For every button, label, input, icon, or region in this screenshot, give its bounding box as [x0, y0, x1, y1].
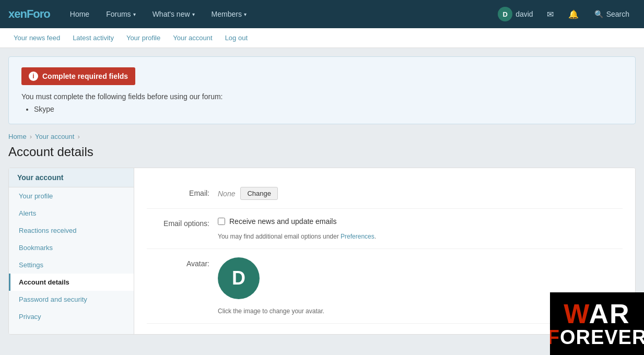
- war-text: WAR: [564, 300, 630, 327]
- members-chevron-icon: ▾: [244, 11, 247, 17]
- forever-rest-letters: OREVER: [560, 326, 644, 343]
- alert-title-bar: i Complete required fields: [21, 67, 135, 85]
- nav-members[interactable]: Members ▾: [204, 6, 254, 22]
- sidebar-item-reactions-received[interactable]: Reactions received: [9, 222, 134, 239]
- sidebar-item-password-security[interactable]: Password and security: [9, 291, 134, 308]
- page-title: Account details: [8, 145, 636, 159]
- subnav-logout[interactable]: Log out: [220, 31, 253, 45]
- alert-info-icon: i: [29, 72, 38, 81]
- email-current-value: None: [218, 190, 235, 198]
- email-options-value: Receive news and update emails You may f…: [218, 217, 623, 240]
- account-sidebar: Your account Your profile Alerts Reactio…: [9, 168, 134, 334]
- top-navigation: xenForo Home Forums ▾ What's new ▾ Membe…: [0, 0, 644, 28]
- email-help-text: You may find additional email options un…: [218, 233, 376, 240]
- user-menu-button[interactable]: D david: [494, 5, 537, 23]
- receive-emails-checkbox-row: Receive news and update emails: [218, 217, 336, 226]
- war-w-letter: W: [564, 299, 589, 329]
- alert-body-text: You must complete the following fields b…: [21, 92, 623, 101]
- nav-forums[interactable]: Forums ▾: [99, 6, 143, 22]
- sidebar-item-settings[interactable]: Settings: [9, 256, 134, 274]
- breadcrumb: Home › Your account ›: [8, 133, 636, 140]
- breadcrumb-sep-2: ›: [77, 133, 79, 140]
- alert-title-text: Complete required fields: [42, 72, 128, 80]
- subnav-latest-activity[interactable]: Latest activity: [67, 31, 119, 45]
- nav-right: D david ✉ 🔔 🔍 Search: [494, 5, 636, 23]
- sidebar-item-privacy[interactable]: Privacy: [9, 308, 134, 325]
- logo-foro: Foro: [27, 7, 50, 20]
- receive-emails-label: Receive news and update emails: [229, 217, 336, 226]
- logo-xen: xen: [8, 7, 27, 20]
- site-logo[interactable]: xenForo: [8, 7, 50, 21]
- nav-items: Home Forums ▾ What's new ▾ Members ▾: [63, 6, 494, 22]
- breadcrumb-sep-1: ›: [30, 133, 32, 140]
- breadcrumb-current[interactable]: Your account: [35, 133, 74, 140]
- subnav-your-profile[interactable]: Your profile: [121, 31, 166, 45]
- email-label: Email:: [147, 187, 209, 197]
- whats-new-chevron-icon: ▾: [192, 11, 195, 17]
- alerts-icon[interactable]: 🔔: [563, 6, 584, 22]
- receive-emails-checkbox[interactable]: [218, 218, 225, 225]
- nav-home[interactable]: Home: [63, 6, 97, 22]
- avatar-caption: Click the image to change your avatar.: [218, 307, 324, 315]
- email-options-label: Email options:: [147, 217, 209, 228]
- main-content: i Complete required fields You must comp…: [0, 48, 644, 343]
- change-email-button[interactable]: Change: [240, 187, 278, 200]
- alert-field-skype: Skype: [34, 105, 623, 113]
- subnav-your-account[interactable]: Your account: [168, 31, 217, 45]
- messages-icon[interactable]: ✉: [542, 6, 559, 22]
- war-ar-letters: AR: [589, 299, 630, 329]
- preferences-link[interactable]: Preferences: [341, 233, 374, 240]
- war-forever-logo: WAR FOREVER: [550, 292, 644, 343]
- forever-text: FOREVER: [550, 327, 644, 343]
- avatar-image[interactable]: D: [218, 257, 260, 299]
- sidebar-item-alerts[interactable]: Alerts: [9, 205, 134, 222]
- account-layout: Your account Your profile Alerts Reactio…: [8, 168, 636, 335]
- forums-chevron-icon: ▾: [133, 11, 136, 17]
- email-options-row: Email options: Receive news and update e…: [147, 209, 623, 249]
- sub-navigation: Your news feed Latest activity Your prof…: [0, 28, 644, 48]
- search-label: Search: [606, 10, 629, 18]
- forever-f-letter: F: [550, 326, 560, 343]
- avatar-label: Avatar:: [147, 257, 209, 268]
- alert-box: i Complete required fields You must comp…: [8, 56, 636, 124]
- user-name: david: [516, 10, 533, 18]
- breadcrumb-home[interactable]: Home: [8, 133, 27, 140]
- sidebar-item-account-details[interactable]: Account details: [9, 274, 134, 291]
- subnav-news-feed[interactable]: Your news feed: [8, 31, 65, 45]
- alert-fields-list: Skype: [34, 105, 623, 113]
- user-avatar-small: D: [498, 7, 512, 21]
- sidebar-item-your-profile[interactable]: Your profile: [9, 187, 134, 205]
- sidebar-title: Your account: [9, 168, 134, 187]
- nav-whats-new[interactable]: What's new ▾: [145, 6, 202, 22]
- email-row: Email: None Change: [147, 179, 623, 209]
- search-icon: 🔍: [594, 10, 603, 18]
- sidebar-item-bookmarks[interactable]: Bookmarks: [9, 239, 134, 256]
- email-value-area: None Change: [218, 187, 623, 200]
- search-button[interactable]: 🔍 Search: [588, 7, 636, 21]
